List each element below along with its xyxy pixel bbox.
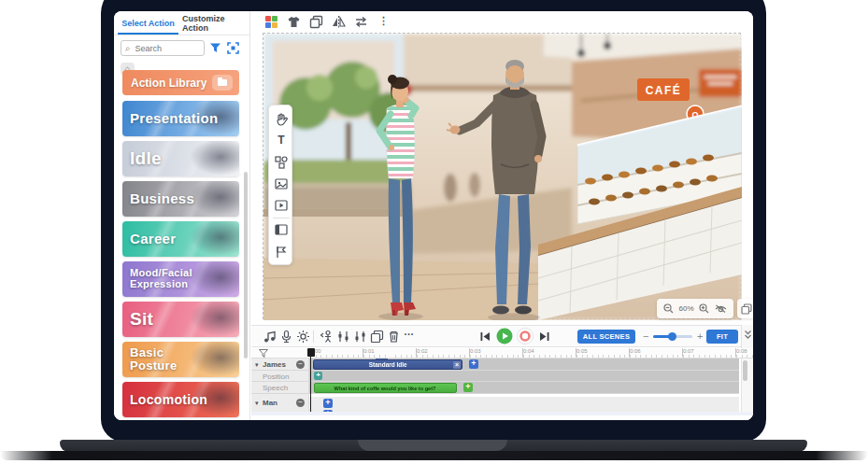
ruler-tick: 0:02 [417, 348, 428, 354]
collapse-chevrons-icon[interactable] [744, 330, 752, 340]
flip-icon[interactable] [332, 15, 346, 29]
swap-icon[interactable] [354, 15, 368, 29]
category-tile[interactable]: Locomotion [122, 382, 239, 417]
timeline-zoom-out[interactable]: − [643, 331, 648, 342]
search-icon: ⌕ [125, 44, 131, 53]
search-input[interactable] [134, 43, 199, 54]
add-position-key-button[interactable]: + [314, 372, 322, 380]
duplicate-view-button[interactable] [737, 299, 753, 318]
man-remove-button[interactable]: − [296, 399, 305, 407]
expand-icon[interactable] [227, 42, 239, 54]
layout-tool-icon[interactable] [274, 222, 289, 237]
add-action-button[interactable]: + [469, 359, 478, 369]
viewport-toolbar: ⋮ [251, 14, 753, 31]
group-tool-icon[interactable] [274, 155, 289, 170]
category-label: Sit [130, 310, 153, 329]
add-speech-button[interactable]: + [463, 383, 473, 392]
track-name-man: Man [263, 399, 277, 407]
add-man-action-button[interactable]: + [323, 399, 333, 408]
playhead[interactable] [310, 348, 312, 412]
skip-start-button[interactable] [478, 330, 492, 344]
image-tool-icon[interactable] [274, 176, 289, 191]
microphone-icon[interactable] [279, 330, 293, 344]
video-tool-icon[interactable] [274, 198, 289, 213]
hand-tool-icon[interactable] [274, 112, 289, 127]
james-remove-button[interactable]: − [296, 360, 305, 369]
ruler-tick: 0:04 [523, 348, 534, 354]
shirt-icon[interactable] [287, 15, 301, 29]
more-options-icon[interactable]: … [404, 326, 418, 340]
clip-speech[interactable]: What kind of coffe would you like to get… [314, 383, 457, 393]
category-tile[interactable]: Presentation [122, 101, 239, 136]
category-tile[interactable]: Business [122, 181, 239, 217]
zoom-in-button[interactable] [699, 303, 709, 314]
category-label: Mood/Facial Expression [130, 268, 205, 289]
viewport-canvas[interactable]: CAFÉ Q [263, 33, 741, 319]
filter-icon[interactable] [209, 42, 221, 54]
timeline-zoom-in[interactable]: + [697, 331, 703, 342]
category-tile[interactable]: Basic Posture [122, 342, 239, 377]
ruler-tick: 0:06 [630, 348, 641, 354]
category-label: Locomotion [130, 393, 205, 407]
category-label: Idle [130, 149, 162, 168]
row-divider [251, 381, 739, 382]
sidebar-scrollbar[interactable] [244, 172, 248, 359]
category-tile[interactable]: Idle [122, 141, 239, 176]
page: Select Action Customize Action ⌕ ⌂ Actio… [0, 0, 868, 464]
record-button[interactable] [517, 328, 534, 344]
duplicate-icon[interactable] [309, 15, 323, 29]
adjust-icon-a[interactable] [336, 330, 350, 344]
color-grid-icon[interactable] [264, 15, 278, 29]
motion-icon[interactable] [320, 330, 334, 344]
track-group-man-bg [309, 397, 739, 412]
search-box[interactable]: ⌕ [121, 40, 205, 56]
category-tile[interactable]: Career [122, 221, 239, 257]
subrow-speech: Speech [263, 384, 288, 392]
delete-icon[interactable] [387, 330, 401, 344]
scene-illustration: CAFÉ Q [263, 34, 742, 320]
camera-eye-button[interactable] [715, 303, 727, 314]
tab-select-action[interactable]: Select Action [114, 11, 182, 35]
clip-standard-idle[interactable]: Standard Idle × [313, 359, 462, 370]
ruler-tick: 0:03 [470, 348, 481, 354]
play-button[interactable] [496, 328, 513, 344]
james-collapse-chevron[interactable]: ▾ [255, 361, 259, 369]
all-scenes-button[interactable]: ALL SCENES [577, 330, 635, 344]
tab-customize-action[interactable]: Customize Action [182, 11, 250, 35]
timeline-toolbar: … ALL SCENES − + [251, 325, 753, 347]
zoom-out-button[interactable] [663, 303, 674, 314]
more-icon[interactable]: ⋮ [377, 15, 391, 29]
timeline-zoom-slider[interactable] [653, 335, 692, 338]
zoom-level: 60% [679, 304, 694, 313]
fit-button[interactable]: FIT [706, 330, 738, 344]
adjust-icon-b[interactable] [353, 330, 367, 344]
flag-tool-icon[interactable] [274, 245, 289, 260]
audio-icon[interactable] [263, 330, 277, 344]
subrow-position: Position [263, 373, 289, 381]
light-icon[interactable] [296, 330, 310, 344]
man-collapse-chevron[interactable]: ▾ [255, 400, 259, 407]
category-label: Business [130, 191, 194, 206]
skip-end-button[interactable] [537, 330, 551, 344]
viewport-tool-panel: T [268, 105, 292, 265]
category-tile[interactable]: Sit [122, 302, 239, 337]
copy-keys-icon[interactable] [370, 330, 384, 344]
timeline-tracks: ▾ James − Position Speech ▾ Man − Positi… [251, 359, 753, 412]
action-library-header[interactable]: Action Library [122, 70, 239, 95]
bottom-strip [251, 412, 753, 420]
text-tool-icon[interactable]: T [274, 134, 289, 148]
tile-figure [189, 181, 239, 217]
folder-icon [212, 75, 233, 91]
timeline-scrollbar[interactable] [743, 360, 747, 381]
laptop-base-shadow [0, 451, 868, 460]
clip-close-button[interactable]: × [453, 361, 461, 369]
action-library-label: Action Library [131, 77, 206, 90]
tile-figure [189, 302, 239, 337]
category-label: Presentation [130, 111, 205, 126]
speech-clip-label: What kind of coffe would you like to get… [334, 386, 436, 391]
tab-bar: Select Action Customize Action [114, 11, 250, 35]
slider-thumb[interactable] [668, 332, 676, 341]
laptop-base-notch [358, 440, 507, 451]
timeline-ruler[interactable]: 0:000:010:020:030:040:050:060:070:08 [251, 348, 753, 359]
category-tile[interactable]: Mood/Facial Expression [122, 261, 239, 297]
